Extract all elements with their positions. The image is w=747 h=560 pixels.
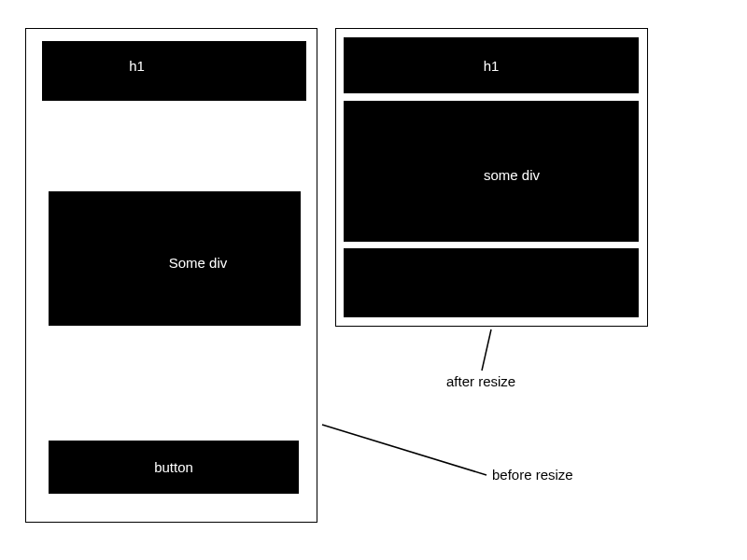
content-div-label: Some div bbox=[169, 255, 228, 271]
heading-box: h1 bbox=[42, 41, 306, 101]
before-resize-label: before resize bbox=[492, 467, 573, 483]
heading-label: h1 bbox=[129, 58, 145, 74]
button-label: button bbox=[154, 459, 193, 475]
svg-line-0 bbox=[482, 329, 491, 371]
svg-line-1 bbox=[322, 425, 486, 475]
content-div-box: Some div bbox=[49, 191, 301, 326]
after-resize-label: after resize bbox=[446, 373, 515, 389]
button-box: button bbox=[49, 441, 299, 494]
heading-box: h1 bbox=[344, 37, 639, 93]
content-div-label: some div bbox=[484, 167, 540, 183]
content-div-box: some div bbox=[344, 101, 639, 242]
after-resize-container: h1 some div bbox=[335, 28, 648, 327]
heading-label: h1 bbox=[484, 58, 500, 74]
before-resize-container: h1 Some div button bbox=[25, 28, 317, 523]
button-box bbox=[344, 248, 639, 317]
